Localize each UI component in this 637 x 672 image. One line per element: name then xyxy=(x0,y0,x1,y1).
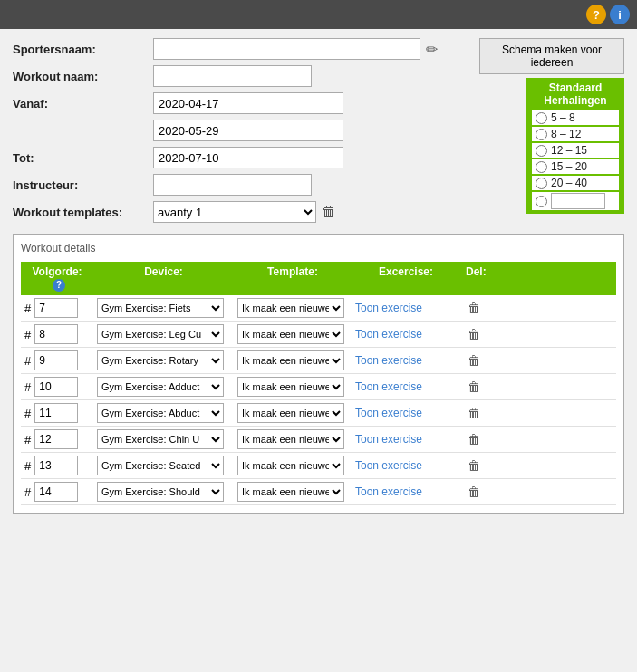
sportersnaam-input[interactable] xyxy=(153,38,420,60)
sportersnaam-label: Sportersnaam: xyxy=(13,43,153,56)
th-excercise: Excercise: xyxy=(352,262,460,295)
delete-row-11[interactable]: 🗑 xyxy=(460,406,487,420)
header-right: Schema maken voor iedereen StandaardHerh… xyxy=(479,38,624,214)
toon-exercise-7[interactable]: Toon exercise xyxy=(352,302,460,314)
standaard-panel: StandaardHerhalingen 5 – 8 8 – 12 12 – 1… xyxy=(526,78,624,214)
delete-row-14[interactable]: 🗑 xyxy=(460,485,487,499)
template-select-9[interactable]: Ik maak een nieuwe xyxy=(237,350,344,370)
top-bar: ? i xyxy=(0,0,637,29)
vanaf-date2-input[interactable] xyxy=(153,120,343,141)
main-content: Schema maken voor iedereen StandaardHerh… xyxy=(0,29,637,523)
table-row: # Gym Exercise: Fiets Ik maak een nieuwe… xyxy=(21,295,616,322)
device-select-7[interactable]: Gym Exercise: Fiets xyxy=(97,298,224,318)
th-device: Device: xyxy=(93,262,234,295)
table-row: # Gym Exercise: Adduct Ik maak een nieuw… xyxy=(21,374,616,400)
vanaf-label: Vanaf: xyxy=(13,97,153,110)
device-select-12[interactable]: Gym Exercise: Chin U xyxy=(97,429,224,449)
toon-exercise-13[interactable]: Toon exercise xyxy=(352,459,460,472)
standaard-title: StandaardHerhalingen xyxy=(532,82,619,107)
question-icon[interactable]: ? xyxy=(586,5,606,24)
top-bar-icons: ? i xyxy=(586,5,630,24)
template-select-7[interactable]: Ik maak een nieuwe xyxy=(237,298,344,318)
toon-exercise-12[interactable]: Toon exercise xyxy=(352,433,460,446)
toon-exercise-14[interactable]: Toon exercise xyxy=(352,485,460,498)
radio-label-20-40: 20 – 40 xyxy=(551,177,587,189)
radio-20-40[interactable]: 20 – 40 xyxy=(532,176,619,190)
table-row: # Gym Exercise: Seated Ik maak een nieuw… xyxy=(21,453,616,479)
volgorde-input-9[interactable] xyxy=(34,350,78,370)
volgorde-input-13[interactable] xyxy=(34,456,78,475)
delete-template-button[interactable]: 🗑 xyxy=(322,204,336,220)
delete-row-12[interactable]: 🗑 xyxy=(460,432,487,446)
table-row: # Gym Exercise: Should Ik maak een nieuw… xyxy=(21,479,616,505)
template-select-10[interactable]: Ik maak een nieuwe xyxy=(237,377,344,397)
toon-exercise-9[interactable]: Toon exercise xyxy=(352,354,460,367)
delete-row-13[interactable]: 🗑 xyxy=(460,458,487,473)
device-select-10[interactable]: Gym Exercise: Adduct xyxy=(97,377,224,397)
radio-5-8[interactable]: 5 – 8 xyxy=(532,110,619,125)
delete-row-10[interactable]: 🗑 xyxy=(460,379,487,394)
table-row: # Gym Exercise: Leg Cu Ik maak een nieuw… xyxy=(21,322,616,348)
workout-details: Workout details Volgorde: ? Device: Temp… xyxy=(13,234,624,514)
edit-icon[interactable]: ✏ xyxy=(426,41,438,58)
device-select-8[interactable]: Gym Exercise: Leg Cu xyxy=(97,324,224,344)
tot-label: Tot: xyxy=(13,151,153,165)
device-select-9[interactable]: Gym Exercise: Rotary xyxy=(97,350,224,370)
volgorde-input-11[interactable] xyxy=(34,403,78,423)
th-template: Template: xyxy=(234,262,352,295)
volgorde-input-10[interactable] xyxy=(34,377,78,397)
volgorde-help-icon[interactable]: ? xyxy=(53,279,65,292)
template-select-11[interactable]: Ik maak een nieuwe xyxy=(237,403,344,423)
volgorde-input-8[interactable] xyxy=(34,324,78,344)
radio-label-5-8: 5 – 8 xyxy=(551,111,575,124)
vanaf-date1-input[interactable] xyxy=(153,92,343,114)
volgorde-input-14[interactable] xyxy=(34,482,78,502)
toon-exercise-10[interactable]: Toon exercise xyxy=(352,380,460,393)
radio-custom[interactable] xyxy=(532,192,619,210)
template-select-8[interactable]: Ik maak een nieuwe xyxy=(237,324,344,344)
table-header: Volgorde: ? Device: Template: Excercise:… xyxy=(21,262,616,295)
volgorde-input-12[interactable] xyxy=(34,429,78,449)
radio-label-15-20: 15 – 20 xyxy=(551,160,587,173)
th-volgorde: Volgorde: ? xyxy=(21,262,93,295)
workout-templates-select[interactable]: avanty 1 xyxy=(153,201,316,223)
template-select-14[interactable]: Ik maak een nieuwe xyxy=(237,482,344,502)
instructeur-label: Instructeur: xyxy=(13,178,153,192)
radio-label-12-15: 12 – 15 xyxy=(551,144,587,157)
device-select-14[interactable]: Gym Exercise: Should xyxy=(97,482,224,502)
workout-naam-label: Workout naam: xyxy=(13,70,153,83)
device-select-13[interactable]: Gym Exercise: Seated xyxy=(97,456,224,475)
delete-row-9[interactable]: 🗑 xyxy=(460,353,487,368)
toon-exercise-8[interactable]: Toon exercise xyxy=(352,328,460,341)
schema-button[interactable]: Schema maken voor iedereen xyxy=(479,38,624,74)
radio-label-8-12: 8 – 12 xyxy=(551,128,581,140)
volgorde-input-7[interactable] xyxy=(34,298,78,318)
info-icon[interactable]: i xyxy=(610,5,630,24)
workout-naam-input[interactable] xyxy=(153,65,312,87)
table-row: # Gym Exercise: Chin U Ik maak een nieuw… xyxy=(21,427,616,453)
device-select-11[interactable]: Gym Exercise: Abduct xyxy=(97,403,224,423)
workout-templates-label: Workout templates: xyxy=(13,206,153,219)
template-select-12[interactable]: Ik maak een nieuwe xyxy=(237,429,344,449)
table-row: # Gym Exercise: Rotary Ik maak een nieuw… xyxy=(21,348,616,374)
delete-row-7[interactable]: 🗑 xyxy=(460,301,487,315)
radio-12-15[interactable]: 12 – 15 xyxy=(532,143,619,158)
radio-15-20[interactable]: 15 – 20 xyxy=(532,159,619,174)
section-title: Workout details xyxy=(21,242,616,254)
toon-exercise-11[interactable]: Toon exercise xyxy=(352,407,460,419)
radio-8-12[interactable]: 8 – 12 xyxy=(532,127,619,141)
delete-row-8[interactable]: 🗑 xyxy=(460,327,487,341)
table-row: # Gym Exercise: Abduct Ik maak een nieuw… xyxy=(21,400,616,427)
instructeur-input[interactable] xyxy=(153,174,312,196)
custom-herhalingen-input[interactable] xyxy=(551,193,605,209)
template-select-13[interactable]: Ik maak een nieuwe xyxy=(237,456,344,475)
th-del: Del: xyxy=(460,262,487,295)
tot-date-input[interactable] xyxy=(153,147,343,168)
